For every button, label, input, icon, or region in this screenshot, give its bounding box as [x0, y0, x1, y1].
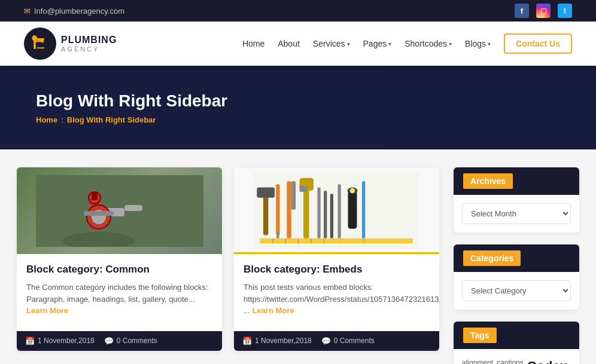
svg-point-32: [350, 188, 355, 194]
post-2-date: 📅 1 November,2018: [242, 337, 312, 345]
svg-rect-1: [34, 38, 36, 49]
logo-agency: AGENCY: [61, 45, 117, 53]
hero-banner: Blog With Right Sidebar Home : Blog With…: [0, 66, 596, 149]
post-1-meta: 📅 1 November,2018 💬 0 Comments: [17, 331, 222, 351]
post-2-learn-more[interactable]: Learn More: [252, 306, 294, 315]
post-2-body: Block category: Embeds This post tests v…: [234, 254, 439, 331]
post-2-comments: 💬 0 Comments: [321, 337, 375, 345]
post-1-date: 📅 1 November,2018: [25, 337, 95, 345]
twitter-icon[interactable]: t: [558, 4, 572, 18]
svg-rect-17: [257, 188, 275, 198]
tags-widget: Tags alignment captions Codex comments: [454, 322, 579, 364]
breadcrumb: Home : Blog With Right Sidebar: [36, 115, 560, 124]
svg-rect-21: [291, 181, 296, 210]
logo-plumbing: PLUMBING: [61, 34, 117, 45]
post-card-1: Block category: Common The Common catego…: [17, 167, 222, 351]
main-content: Block category: Common The Common catego…: [5, 167, 591, 364]
svg-rect-35: [260, 238, 413, 244]
tag-alignment[interactable]: alignment: [462, 357, 493, 364]
categories-body: Select Category Common Embeds Formatting: [454, 272, 579, 310]
svg-rect-20: [287, 181, 291, 238]
svg-rect-10: [124, 205, 142, 211]
svg-rect-9: [92, 192, 98, 200]
nav-about[interactable]: About: [278, 39, 300, 48]
archives-widget: Archives Select Month November 2018 Octo…: [454, 167, 579, 233]
hero-title: Blog With Right Sidebar: [36, 91, 560, 111]
svg-rect-30: [348, 191, 357, 229]
social-icons: f ▢ t: [515, 4, 572, 18]
categories-header: Categories: [454, 244, 579, 272]
nav-pages[interactable]: Pages: [363, 39, 392, 48]
svg-rect-4: [37, 38, 45, 41]
sidebar: Archives Select Month November 2018 Octo…: [454, 167, 579, 364]
envelope-icon: ✉: [24, 7, 31, 16]
nav-home[interactable]: Home: [242, 39, 264, 48]
logo-svg: [29, 33, 51, 54]
tag-codex[interactable]: Codex: [527, 357, 567, 364]
navbar: PLUMBING AGENCY Home About Services Page…: [0, 22, 596, 66]
nav-blogs[interactable]: Blogs: [465, 39, 491, 48]
archives-select[interactable]: Select Month November 2018 October 2018 …: [462, 203, 571, 224]
email-text: Info@plumberagency.com: [34, 7, 124, 16]
svg-rect-13: [84, 211, 114, 216]
post-2-title: Block category: Embeds: [244, 264, 430, 276]
svg-rect-26: [324, 191, 327, 238]
post-1-title: Block category: Common: [26, 264, 212, 276]
logo-text: PLUMBING AGENCY: [61, 34, 117, 53]
facebook-icon[interactable]: f: [515, 4, 529, 18]
tag-captions[interactable]: captions: [497, 357, 524, 364]
tags-title: Tags: [463, 328, 497, 343]
svg-rect-28: [338, 184, 341, 238]
post-1-comments: 💬 0 Comments: [104, 337, 157, 345]
comment-icon: 💬: [104, 337, 114, 345]
calendar-icon-2: 📅: [242, 337, 252, 345]
post-1-thumbnail: [17, 167, 222, 254]
svg-rect-33: [362, 181, 365, 238]
svg-rect-24: [300, 186, 308, 192]
svg-rect-2: [36, 41, 41, 42]
logo[interactable]: PLUMBING AGENCY: [24, 27, 117, 60]
archives-header: Archives: [454, 167, 579, 195]
post-1-body: Block category: Common The Common catego…: [17, 254, 222, 331]
logo-icon: [24, 27, 56, 60]
post-2-meta: 📅 1 November,2018 💬 0 Comments: [234, 331, 439, 351]
top-bar: ✉ Info@plumberagency.com f ▢ t: [0, 0, 596, 22]
archives-body: Select Month November 2018 October 2018 …: [454, 195, 579, 233]
categories-select[interactable]: Select Category Common Embeds Formatting: [462, 280, 571, 301]
svg-rect-27: [330, 194, 333, 238]
nav-shortcodes[interactable]: Shortcodes: [405, 39, 452, 48]
post-1-excerpt: The Common category includes the followi…: [26, 282, 212, 317]
breadcrumb-home[interactable]: Home: [36, 115, 57, 124]
post-card-2: Block category: Embeds This post tests v…: [234, 167, 439, 351]
instagram-icon[interactable]: ▢: [536, 4, 551, 18]
post-2-thumbnail: [234, 167, 439, 254]
svg-rect-25: [318, 188, 321, 238]
post-1-learn-more[interactable]: Learn More: [26, 306, 68, 315]
breadcrumb-current: Blog With Right Sidebar: [67, 115, 156, 124]
archives-title: Archives: [463, 173, 513, 189]
breadcrumb-separator: :: [61, 115, 63, 124]
tags-header: Tags: [454, 322, 579, 349]
nav-links: Home About Services Pages Shortcodes Blo…: [242, 33, 572, 54]
post-2-excerpt: This post tests various embed blocks: ht…: [244, 282, 430, 317]
svg-rect-19: [276, 232, 279, 238]
calendar-icon: 📅: [25, 337, 35, 345]
posts-grid: Block category: Common The Common catego…: [17, 167, 439, 351]
categories-widget: Categories Select Category Common Embeds…: [454, 244, 579, 310]
svg-rect-18: [276, 184, 279, 235]
comment-icon-2: 💬: [321, 337, 331, 345]
blog-posts: Block category: Common The Common catego…: [17, 167, 439, 364]
email-bar: ✉ Info@plumberagency.com: [24, 7, 124, 16]
nav-services[interactable]: Services: [313, 39, 350, 48]
contact-button[interactable]: Contact Us: [504, 33, 572, 54]
categories-title: Categories: [463, 250, 521, 266]
tags-body: alignment captions Codex comments: [454, 349, 579, 364]
